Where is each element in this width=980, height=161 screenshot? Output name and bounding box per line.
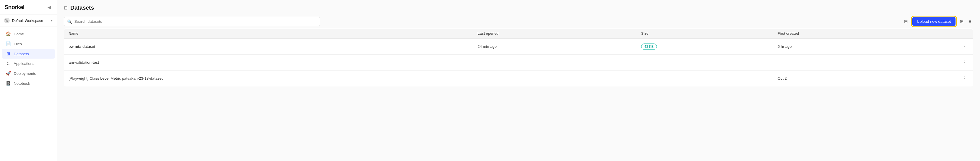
sidebar-item-deployments[interactable]: 🚀 Deployments <box>2 69 55 78</box>
search-icon: 🔍 <box>67 19 72 24</box>
sidebar-item-files[interactable]: 📄 Files <box>2 39 55 49</box>
first-created-cell: Oct 2 <box>773 71 928 87</box>
sidebar: Snorkel ◀ W Default Workspace ▾ 🏠 Home 📄… <box>0 0 57 161</box>
search-input[interactable] <box>64 17 320 26</box>
table-row: pw-mta-dataset 24 min ago 43 KB 5 hr ago… <box>64 39 973 55</box>
size-cell: 43 KB <box>636 39 773 55</box>
datasets-table: Name Last opened Size First created pw-m… <box>64 28 973 87</box>
actions-cell: ⋮ <box>928 39 973 55</box>
applications-icon: 🗂 <box>6 61 11 66</box>
actions-cell: ⋮ <box>928 55 973 71</box>
workspace-name: Default Workspace <box>12 19 49 23</box>
size-badge: 43 KB <box>641 44 657 50</box>
last-opened-cell: 24 min ago <box>473 39 636 55</box>
dataset-name-cell: am-validation-test <box>64 55 473 71</box>
sidebar-item-home[interactable]: 🏠 Home <box>2 29 55 39</box>
workspace-icon: W <box>4 17 10 23</box>
sidebar-item-label: Applications <box>14 62 35 66</box>
sidebar-item-applications[interactable]: 🗂 Applications <box>2 59 55 68</box>
first-created-cell: 5 hr ago <box>773 39 928 55</box>
sidebar-item-label: Files <box>14 42 22 46</box>
col-header-name: Name <box>64 29 473 39</box>
toolbar: 🔍 ⊟ Upload new dataset ⊞ ≡ <box>57 14 980 28</box>
grid-view-button[interactable]: ⊞ <box>958 17 966 25</box>
sidebar-logo: Snorkel ◀ <box>0 0 57 15</box>
col-header-actions <box>928 29 973 39</box>
view-toggle: ⊞ ≡ <box>958 17 973 25</box>
collapse-sidebar-button[interactable]: ◀ <box>46 4 52 11</box>
app-logo: Snorkel <box>5 4 24 11</box>
row-menu-button[interactable]: ⋮ <box>960 58 968 66</box>
deployments-icon: 🚀 <box>6 71 11 76</box>
row-menu-button[interactable]: ⋮ <box>960 43 968 51</box>
notebook-icon: 📓 <box>6 81 11 86</box>
filter-button[interactable]: ⊟ <box>902 17 910 26</box>
size-cell <box>636 71 773 87</box>
row-menu-button[interactable]: ⋮ <box>960 74 968 82</box>
last-opened-cell <box>473 55 636 71</box>
dataset-name-cell: pw-mta-dataset <box>64 39 473 55</box>
files-icon: 📄 <box>6 41 11 46</box>
sidebar-item-label: Home <box>14 32 24 36</box>
dataset-name-cell: [Playwright] Class Level Metric patvakan… <box>64 71 473 87</box>
sidebar-item-label: Deployments <box>14 71 36 76</box>
sidebar-item-datasets[interactable]: ⊞ Datasets <box>2 49 55 58</box>
list-view-button[interactable]: ≡ <box>967 17 973 25</box>
home-icon: 🏠 <box>6 31 11 36</box>
last-opened-cell <box>473 71 636 87</box>
chevron-down-icon: ▾ <box>51 19 52 22</box>
main-content: ⊟ Datasets 🔍 ⊟ Upload new dataset ⊞ ≡ Na… <box>57 0 980 161</box>
page-header: ⊟ Datasets <box>57 0 980 14</box>
col-header-first-created: First created <box>773 29 928 39</box>
first-created-cell <box>773 55 928 71</box>
datasets-icon: ⊞ <box>6 51 11 56</box>
toolbar-actions: ⊟ Upload new dataset ⊞ ≡ <box>902 17 973 26</box>
size-cell <box>636 55 773 71</box>
search-wrapper: 🔍 <box>64 17 320 26</box>
datasets-header-icon: ⊟ <box>64 5 67 11</box>
sidebar-item-notebook[interactable]: 📓 Notebook <box>2 79 55 88</box>
actions-cell: ⋮ <box>928 71 973 87</box>
workspace-selector[interactable]: W Default Workspace ▾ <box>0 15 57 27</box>
sidebar-nav: 🏠 Home 📄 Files ⊞ Datasets 🗂 Applications… <box>0 27 57 161</box>
upload-new-dataset-button[interactable]: Upload new dataset <box>912 17 955 26</box>
table-header: Name Last opened Size First created <box>64 29 973 39</box>
col-header-last-opened: Last opened <box>473 29 636 39</box>
sidebar-item-label: Notebook <box>14 81 30 85</box>
table-body: pw-mta-dataset 24 min ago 43 KB 5 hr ago… <box>64 39 973 87</box>
table-row: [Playwright] Class Level Metric patvakan… <box>64 71 973 87</box>
col-header-size: Size <box>636 29 773 39</box>
page-title: Datasets <box>70 5 94 11</box>
sidebar-item-label: Datasets <box>14 52 29 56</box>
table-row: am-validation-test ⋮ <box>64 55 973 71</box>
datasets-table-container: Name Last opened Size First created pw-m… <box>57 28 980 161</box>
